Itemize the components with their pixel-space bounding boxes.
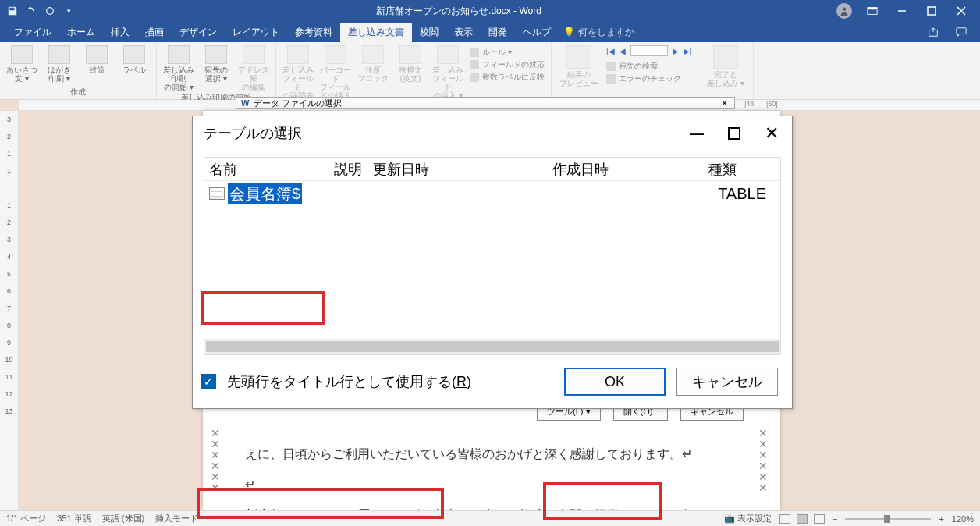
view-mode-icons[interactable] (779, 514, 825, 524)
table-name: 会員名簿$ (228, 183, 302, 204)
maximize-button[interactable] (726, 126, 742, 141)
col-type[interactable]: 種類 (704, 160, 780, 179)
status-language[interactable]: 英語 (米国) (102, 513, 144, 524)
tab-表示[interactable]: 表示 (446, 23, 481, 42)
redo-icon[interactable] (44, 5, 56, 17)
col-desc[interactable]: 説明 (329, 160, 368, 179)
display-settings[interactable]: 📺 表示設定 (724, 513, 772, 524)
zoom-slider[interactable] (845, 518, 931, 520)
minimize-button[interactable] (893, 3, 911, 19)
tab-参考資料[interactable]: 参考資料 (287, 23, 340, 42)
ribbon-button[interactable]: 差し込み印刷 の開始 ▾ (163, 45, 194, 91)
table-row[interactable]: 会員名簿$ TABLE (204, 181, 780, 206)
search-placeholder: 何をしますか (578, 26, 634, 39)
ribbon-button[interactable]: アドレス帳 の編集 (238, 45, 269, 91)
web-layout-icon[interactable] (814, 514, 825, 524)
svg-rect-7 (957, 28, 966, 34)
ribbon-small-button[interactable]: 複数ラベルに反映 (470, 72, 545, 83)
ribbon-group-create: あいさつ 文 ▾はがき 印刷 ▾封筒ラベル 作成 (0, 42, 157, 99)
ribbon-small-button[interactable]: エラーのチェック (606, 73, 691, 84)
tab-校閲[interactable]: 校閲 (412, 23, 446, 42)
comments-icon[interactable] (952, 24, 971, 40)
status-words[interactable]: 351 単語 (57, 513, 91, 524)
maximize-button[interactable] (922, 3, 941, 19)
border-decoration: ✕✕✕✕✕✕ (211, 428, 225, 510)
ribbon-group-finish: 完了と 差し込み ▾ (698, 42, 754, 99)
ribbon-group-label: 作成 (6, 87, 150, 98)
record-navigation[interactable]: |◀◀▶▶| (606, 45, 691, 56)
user-avatar-icon[interactable] (836, 3, 852, 19)
finish-merge-button[interactable]: 完了と 差し込み ▾ (705, 45, 747, 87)
ok-button[interactable]: OK (564, 368, 666, 396)
title-bar: ▾ 新店舗オープンのお知らせ.docx - Word (0, 0, 980, 22)
ribbon-button[interactable]: 宛先の 選択 ▾ (201, 45, 232, 83)
ribbon-button[interactable]: あいさつ 文 ▾ (6, 45, 37, 83)
col-name[interactable]: 名前 (204, 160, 329, 179)
ribbon-small-button[interactable]: フィールドの対応 (470, 59, 545, 70)
share-icon[interactable] (924, 24, 943, 40)
zoom-in-button[interactable]: + (939, 514, 943, 524)
file-dialog-titlebar: W データ ファイルの選択 ✕ (236, 97, 735, 109)
col-updated[interactable]: 更新日時 (368, 160, 548, 179)
vertical-ruler[interactable]: 3211|12345678910111213 (0, 111, 19, 510)
ribbon-group-fields: 差し込みフィールド の強調表示バーコード フィールドの挿入 ▾住所 ブロック挨拶… (276, 42, 552, 99)
zoom-out-button[interactable]: − (833, 514, 837, 524)
close-button[interactable]: ✕ (764, 126, 779, 141)
status-page[interactable]: 1/1 ページ (6, 513, 46, 524)
file-dialog-title: データ ファイルの選択 (254, 98, 342, 109)
lightbulb-icon: 💡 (563, 27, 575, 37)
tab-開発[interactable]: 開発 (481, 23, 515, 42)
tab-ホーム[interactable]: ホーム (59, 23, 103, 42)
tab-挿入[interactable]: 挿入 (103, 23, 137, 42)
save-icon[interactable] (6, 5, 19, 17)
ribbon-button[interactable]: 封筒 (81, 45, 112, 74)
svg-rect-5 (928, 7, 936, 15)
ribbon-small-button[interactable]: ルール ▾ (470, 47, 545, 58)
border-decoration: ✕✕✕✕✕✕ (758, 428, 772, 510)
tab-デザイン[interactable]: デザイン (172, 23, 225, 42)
svg-point-0 (47, 8, 54, 15)
dialog-titlebar: テーブルの選択 — ✕ (193, 116, 792, 151)
header-row-label: 先頭行をタイトル行として使用する(R) (227, 372, 471, 391)
col-created[interactable]: 作成日時 (548, 160, 704, 179)
qat-dropdown-icon[interactable]: ▾ (62, 5, 75, 17)
sheet-icon (209, 187, 225, 200)
header-row-checkbox[interactable]: ✓ (201, 374, 216, 389)
read-mode-icon[interactable] (779, 514, 790, 524)
dialog-title: テーブルの選択 (204, 124, 302, 143)
table-select-dialog: テーブルの選択 — ✕ 名前 説明 更新日時 作成日時 種類 会員名簿$ TAB… (192, 116, 793, 409)
tell-me-search[interactable]: 💡 何をしますか (563, 26, 634, 39)
tab-ファイル[interactable]: ファイル (6, 23, 59, 42)
close-icon[interactable]: ✕ (715, 98, 734, 108)
table-type: TABLE (718, 185, 780, 203)
ribbon-tabs: ファイルホーム挿入描画デザインレイアウト参考資料差し込み文書校閲表示開発ヘルプ … (0, 22, 980, 42)
tab-差し込み文書[interactable]: 差し込み文書 (340, 23, 412, 42)
svg-point-1 (843, 8, 847, 12)
close-button[interactable] (952, 3, 971, 19)
horizontal-scrollbar[interactable] (204, 339, 780, 354)
ribbon-button[interactable]: ラベル (119, 45, 150, 74)
tab-描画[interactable]: 描画 (137, 23, 172, 42)
status-mode[interactable]: 挿入モード (155, 513, 198, 524)
ribbon: あいさつ 文 ▾はがき 印刷 ▾封筒ラベル 作成 差し込み印刷 の開始 ▾宛先の… (0, 42, 980, 100)
window-controls (836, 3, 980, 19)
ribbon-display-icon[interactable] (863, 3, 882, 19)
ribbon-group-start: 差し込み印刷 の開始 ▾宛先の 選択 ▾アドレス帳 の編集 差し込み印刷の開始 (157, 42, 276, 99)
cancel-button[interactable]: キャンセル (676, 368, 778, 396)
preview-results-button[interactable]: 結果の プレビュー (558, 45, 600, 87)
undo-icon[interactable] (25, 5, 37, 17)
quick-access-toolbar: ▾ (0, 5, 81, 17)
zoom-level[interactable]: 120% (952, 514, 974, 524)
table-list[interactable]: 名前 説明 更新日時 作成日時 種類 会員名簿$ TABLE (204, 157, 781, 355)
print-layout-icon[interactable] (797, 514, 808, 524)
column-headers[interactable]: 名前 説明 更新日時 作成日時 種類 (204, 158, 780, 181)
ribbon-group-preview: 結果の プレビュー |◀◀▶▶| 宛先の検索エラーのチェック (552, 42, 698, 99)
ribbon-small-button[interactable]: 宛先の検索 (606, 61, 691, 72)
ribbon-button[interactable]: はがき 印刷 ▾ (44, 45, 75, 83)
window-title: 新店舗オープンのお知らせ.docx - Word (81, 5, 836, 18)
minimize-button[interactable]: — (689, 126, 705, 141)
word-icon: W (241, 98, 249, 108)
tab-レイアウト[interactable]: レイアウト (225, 23, 287, 42)
status-bar: 1/1 ページ 351 単語 英語 (米国) 挿入モード 📺 表示設定 − + … (0, 510, 980, 526)
tab-ヘルプ[interactable]: ヘルプ (515, 23, 559, 42)
